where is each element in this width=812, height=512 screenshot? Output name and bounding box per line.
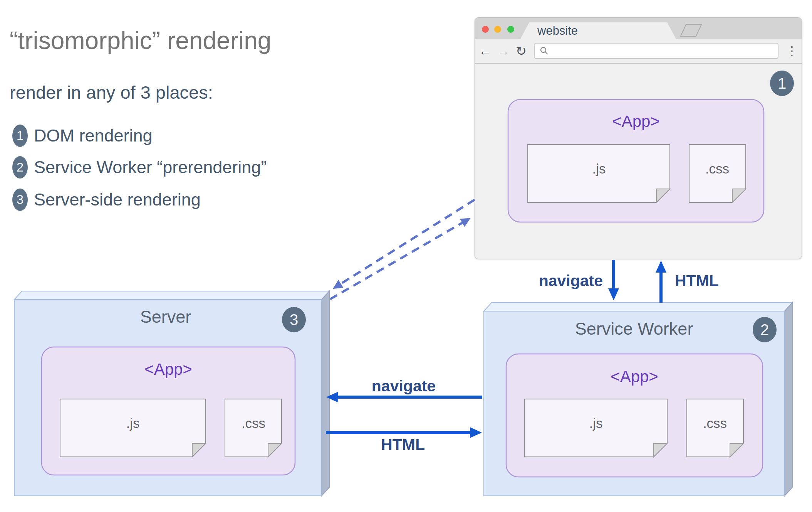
page-title: “trisomorphic” rendering xyxy=(10,26,271,55)
back-icon[interactable]: ← xyxy=(477,39,493,63)
list-number-badge: 3 xyxy=(12,189,28,211)
app-tag-label: <App> xyxy=(611,367,658,386)
slide: “trisomorphic” rendering render in any o… xyxy=(0,0,812,512)
html-flow-label: HTML xyxy=(381,436,425,454)
list-number-badge: 1 xyxy=(12,125,28,147)
navigate-flow-label: navigate xyxy=(539,272,603,290)
url-bar[interactable] xyxy=(534,43,778,59)
css-file-label: .css xyxy=(242,416,265,431)
list-item: 1 DOM rendering xyxy=(12,125,153,147)
list-item: 2 Service Worker “prerendering” xyxy=(12,156,267,179)
browser-number-badge: 1 xyxy=(770,71,794,96)
server-to-browser-dashed-arrow xyxy=(330,223,462,299)
tab-title: website xyxy=(537,24,578,38)
browser-tab[interactable]: website xyxy=(520,22,676,39)
html-flow-label: HTML xyxy=(675,272,719,290)
forward-icon[interactable]: → xyxy=(496,39,511,63)
list-item-label: Server-side rendering xyxy=(34,190,201,210)
list-item: 3 Server-side rendering xyxy=(12,189,201,211)
browser-toolbar: ← → ↻ ⋮ xyxy=(475,39,802,64)
server-number-badge: 3 xyxy=(282,307,306,332)
menu-icon[interactable]: ⋮ xyxy=(784,39,800,63)
new-tab-button[interactable] xyxy=(680,24,702,37)
browser-window: website ← → ↻ ⋮ xyxy=(475,17,802,259)
traffic-light-minimize-icon[interactable] xyxy=(494,26,501,33)
browser-to-server-dashed-arrow xyxy=(341,200,475,284)
list-item-label: DOM rendering xyxy=(34,126,153,146)
server-title: Server xyxy=(140,307,191,327)
css-file-label: .css xyxy=(705,161,729,177)
traffic-light-zoom-icon[interactable] xyxy=(507,26,514,33)
subtitle: render in any of 3 places: xyxy=(10,82,213,103)
browser-viewport xyxy=(475,64,802,259)
browser-tab-bar: website xyxy=(475,18,802,39)
list-number-badge: 2 xyxy=(12,156,28,179)
css-file-label: .css xyxy=(703,416,727,431)
js-file-label: .js xyxy=(126,416,140,431)
service-worker-title: Service Worker xyxy=(575,319,693,339)
app-tag-label: <App> xyxy=(612,112,660,131)
app-tag-label: <App> xyxy=(144,360,192,379)
traffic-light-close-icon[interactable] xyxy=(482,26,489,33)
js-file-label: .js xyxy=(592,161,606,177)
navigate-flow-label: navigate xyxy=(372,377,436,395)
js-file-label: .js xyxy=(589,416,603,431)
list-item-label: Service Worker “prerendering” xyxy=(34,157,267,177)
search-icon xyxy=(539,46,549,56)
reload-icon[interactable]: ↻ xyxy=(513,39,529,63)
service-worker-number-badge: 2 xyxy=(753,317,777,342)
